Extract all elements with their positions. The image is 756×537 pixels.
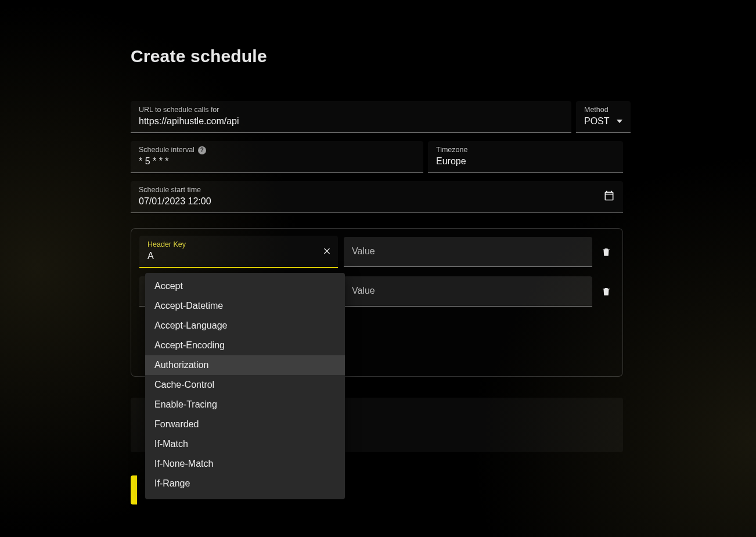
start-time-label: Schedule start time xyxy=(139,186,615,194)
timezone-label: Timezone xyxy=(436,146,615,154)
header-key-label: Header Key xyxy=(147,240,315,249)
header-value-field-wrapper: Value xyxy=(344,237,592,267)
method-label: Method xyxy=(584,106,622,114)
start-time-value: 07/01/2023 12:00 xyxy=(139,196,615,208)
header-row: Header Key A Accept Accept-Datetime Acce… xyxy=(139,236,614,268)
header-value-placeholder: Value xyxy=(352,246,584,258)
interval-value: * 5 * * * xyxy=(139,156,415,168)
header-value-input[interactable]: Value xyxy=(344,237,592,267)
page-title: Create schedule xyxy=(131,46,756,66)
url-value: https://apihustle.com/api xyxy=(139,116,563,128)
timezone-field[interactable]: Timezone Europe xyxy=(428,141,623,173)
headers-section: Header Key A Accept Accept-Datetime Acce… xyxy=(131,228,623,377)
interval-field[interactable]: Schedule interval ? * 5 * * * xyxy=(131,141,423,173)
timezone-value: Europe xyxy=(436,156,615,168)
clear-icon[interactable] xyxy=(322,246,332,258)
start-time-field[interactable]: Schedule start time 07/01/2023 12:00 xyxy=(131,181,623,213)
dropdown-item[interactable]: Accept-Encoding xyxy=(145,336,345,355)
dropdown-item[interactable]: If-Range xyxy=(145,474,345,493)
dropdown-arrow-icon xyxy=(617,120,622,123)
dropdown-item[interactable]: Accept xyxy=(145,276,345,296)
delete-header-button[interactable] xyxy=(598,247,614,257)
dropdown-item[interactable]: If-Match xyxy=(145,434,345,454)
dropdown-item[interactable]: Authorization xyxy=(145,355,345,375)
url-label: URL to schedule calls for xyxy=(139,106,563,114)
dropdown-item[interactable]: Forwarded xyxy=(145,415,345,434)
help-icon[interactable]: ? xyxy=(198,146,206,154)
header-key-dropdown: Accept Accept-Datetime Accept-Language A… xyxy=(145,273,345,499)
method-select[interactable]: Method POST xyxy=(576,101,631,133)
interval-label: Schedule interval xyxy=(139,146,195,154)
submit-button[interactable] xyxy=(131,475,137,504)
header-value-placeholder: Value xyxy=(352,285,584,297)
dropdown-item[interactable]: Cache-Control xyxy=(145,375,345,395)
header-value-field-wrapper: Value xyxy=(344,276,592,307)
dropdown-item[interactable]: If-None-Match xyxy=(145,454,345,474)
header-key-value: A xyxy=(147,250,315,262)
header-key-input[interactable]: Header Key A xyxy=(139,236,338,268)
dropdown-item[interactable]: Accept-Datetime xyxy=(145,296,345,316)
url-field[interactable]: URL to schedule calls for https://apihus… xyxy=(131,101,571,133)
header-key-field-wrapper: Header Key A Accept Accept-Datetime Acce… xyxy=(139,236,338,268)
dropdown-item[interactable]: Accept-Language xyxy=(145,316,345,336)
schedule-form: URL to schedule calls for https://apihus… xyxy=(131,101,623,504)
calendar-icon[interactable] xyxy=(603,190,615,204)
dropdown-item[interactable]: Enable-Tracing xyxy=(145,395,345,415)
delete-header-button[interactable] xyxy=(598,286,614,297)
header-value-input[interactable]: Value xyxy=(344,276,592,307)
method-value: POST xyxy=(584,116,610,128)
